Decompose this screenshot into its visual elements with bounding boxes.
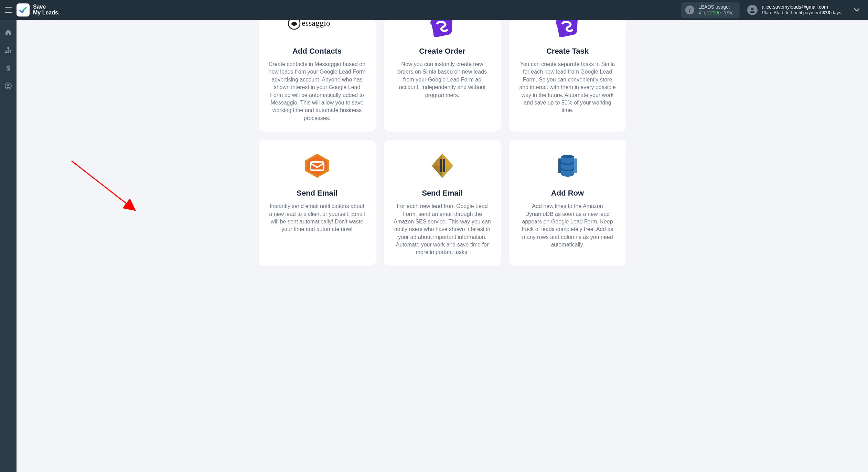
svg-text:$: $ [6,64,10,72]
card-title: Send Email [422,189,463,198]
card-title: Create Order [419,47,465,56]
brand-line2: My Leads. [33,10,60,16]
leads-usage-text: LEADS usage: 4 of 2'000 (0%) [698,4,733,16]
integration-card[interactable]: Create Task You can create separate task… [509,20,626,132]
brand-logo[interactable]: Save My Leads. [17,3,60,17]
sitemap-icon [5,47,12,54]
svg-line-8 [72,161,133,209]
leads-used-value: 4 [698,10,701,15]
main-content: essaggio Add Contacts Create contacts in… [17,20,868,472]
integration-card[interactable]: Send Email For each new lead from Google… [384,140,501,266]
svg-rect-4 [10,52,11,53]
card-title: Add Contacts [292,47,342,56]
card-description: Add new lines to the Amazon DynamoDB as … [518,202,617,249]
leads-usage-label: LEADS usage: [698,4,733,10]
amazon-dynamodb-icon [554,152,581,180]
home-icon [5,29,12,36]
card-description: Create contacts in Messaggio based on ne… [268,61,367,122]
account-text: alice.savemyleads@gmail.com Plan |Start|… [762,4,841,16]
sidebar-item-billing[interactable]: $ [0,60,17,76]
card-description: Now you can instantly create new orders … [393,61,492,99]
hamburger-icon [5,7,12,13]
amazon-ses-icon [428,152,457,180]
account-plan-line: Plan |Start| left until payment 373 days [762,10,841,16]
messaggio-logo-icon: essaggio [288,20,346,36]
svg-rect-20 [574,158,577,173]
sidebar-item-integrations[interactable] [0,42,17,58]
leads-total-value: 2'000 [709,10,721,15]
sidebar: $ [0,20,17,472]
chevron-down-icon [854,8,859,12]
info-icon: i [685,6,694,14]
user-icon [5,83,12,89]
svg-point-7 [7,84,9,86]
sidebar-item-account[interactable] [0,78,17,94]
user-avatar-icon [747,5,758,15]
svg-rect-1 [8,47,9,49]
menu-toggle-button[interactable] [3,4,14,16]
leads-usage-pill[interactable]: i LEADS usage: 4 of 2'000 (0%) [681,2,740,18]
svg-text:essaggio: essaggio [302,20,330,28]
simla-logo-icon [429,20,456,39]
card-title: Create Task [546,47,589,56]
integration-card[interactable]: Create Order Now you can instantly creat… [384,20,501,132]
integration-card[interactable]: Send Email Instantly send email notifica… [259,140,376,266]
svg-point-0 [751,8,754,10]
integration-card[interactable]: essaggio Add Contacts Create contacts in… [259,20,376,132]
card-title: Add Row [551,189,584,198]
card-description: Instantly send email notifications about… [268,202,367,233]
sidebar-item-home[interactable] [0,24,17,41]
dollar-icon: $ [6,64,11,72]
integration-card[interactable]: Add Row Add new lines to the Amazon Dyna… [509,140,626,266]
sml-email-icon [304,152,331,179]
card-title: Send Email [297,189,337,198]
annotation-arrow-icon [68,157,144,219]
card-description: For each new lead from Google Lead Form,… [393,202,492,256]
svg-rect-3 [8,52,9,53]
app-header: Save My Leads. i LEADS usage: 4 of 2'000… [0,0,868,20]
simla-logo-icon [554,20,581,39]
svg-rect-19 [558,158,561,173]
svg-rect-2 [5,52,7,53]
checkmark-icon [17,3,30,17]
account-block[interactable]: alice.savemyleads@gmail.com Plan |Start|… [747,4,862,16]
account-email: alice.savemyleads@gmail.com [762,4,841,10]
card-description: You can create separate tasks in Simla f… [518,61,617,114]
account-menu-toggle[interactable] [851,5,862,15]
brand-line1: Save [33,4,60,10]
brand-text: Save My Leads. [33,4,60,16]
